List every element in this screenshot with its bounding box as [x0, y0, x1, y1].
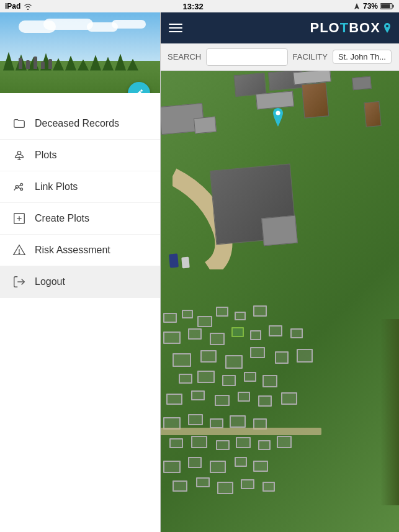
- hamburger-button[interactable]: [169, 24, 182, 32]
- map-pin-icon: [271, 108, 285, 127]
- svg-point-17: [386, 25, 388, 27]
- status-right: 73%: [353, 2, 394, 11]
- plot-37: [191, 436, 207, 448]
- create-plots-label: Create Plots: [35, 213, 89, 224]
- plot-43: [188, 457, 202, 468]
- plot-1: [163, 313, 177, 323]
- plot-20: [179, 374, 192, 384]
- plot-28: [238, 392, 250, 402]
- link-plots-label: Link Plots: [35, 181, 78, 192]
- sidebar-image: [0, 12, 160, 93]
- plot-5: [235, 312, 246, 320]
- vehicle-1: [169, 253, 179, 268]
- ipad-label: iPad: [5, 2, 20, 11]
- status-left: iPad: [5, 2, 33, 11]
- plot-47: [173, 480, 187, 492]
- building-small-2: [364, 101, 381, 127]
- building-small-1: [352, 76, 372, 91]
- plot-13: [290, 328, 303, 338]
- plot-41: [277, 436, 292, 448]
- sidebar-item-create-plots[interactable]: Create Plots: [0, 203, 160, 235]
- svg-line-10: [19, 187, 20, 189]
- plotbox-logo: PLOTBOX: [310, 20, 391, 36]
- plot-7: [163, 331, 181, 344]
- walkway-h: [160, 428, 321, 435]
- vehicle-2: [181, 257, 190, 269]
- logo-plo: PLO: [310, 20, 340, 35]
- plot-36: [169, 438, 183, 448]
- risk-assessment-label: Risk Assessment: [35, 245, 110, 256]
- plot-38: [216, 440, 230, 450]
- map-area[interactable]: [160, 71, 399, 532]
- plot-50: [241, 479, 254, 489]
- plot-48: [196, 477, 210, 487]
- plot-29: [258, 395, 272, 407]
- plot-15: [200, 350, 217, 363]
- search-input[interactable]: [206, 48, 287, 66]
- location-icon: [353, 2, 361, 10]
- plot-27: [215, 395, 230, 406]
- building-4: [302, 82, 330, 118]
- plot-11: [250, 330, 261, 340]
- plot-42: [163, 461, 181, 473]
- status-bar: iPad 13:32 73%: [0, 0, 399, 12]
- facility-label: FACILITY: [293, 52, 328, 61]
- pencil-icon: [134, 88, 144, 93]
- plot-26: [191, 390, 205, 400]
- sidebar-item-logout[interactable]: Logout: [0, 266, 160, 298]
- plot-16: [225, 355, 243, 369]
- logo-pin-icon: [384, 23, 390, 33]
- logo-t-icon: T: [340, 20, 349, 35]
- plots-icon: [12, 148, 26, 162]
- plot-3: [197, 316, 212, 327]
- main-content: PLOTBOX SEARCH FACILITY St. John Th...: [160, 12, 399, 532]
- svg-rect-1: [392, 5, 393, 7]
- plot-18: [275, 351, 289, 364]
- svg-point-3: [17, 151, 21, 155]
- searchbar: SEARCH FACILITY St. John Th...: [160, 43, 399, 71]
- svg-line-9: [19, 185, 20, 186]
- deceased-records-label: Deceased Records: [35, 118, 119, 129]
- sidebar-item-plots[interactable]: Plots: [0, 140, 160, 171]
- risk-icon: [12, 243, 26, 257]
- sidebar-item-deceased-records[interactable]: Deceased Records: [0, 108, 160, 140]
- plot-6: [253, 305, 267, 317]
- svg-rect-2: [381, 4, 390, 9]
- plot-14: [173, 353, 191, 367]
- sidebar-menu: Deceased Records Plots: [0, 108, 160, 532]
- plot-21: [197, 371, 215, 383]
- logo-box: BOX: [349, 20, 380, 35]
- plot-10: [231, 327, 244, 337]
- building-3: [256, 91, 294, 109]
- plot-49: [217, 482, 233, 494]
- plot-25: [166, 394, 182, 405]
- plot-22: [222, 375, 236, 386]
- plot-12: [269, 325, 282, 336]
- plot-23: [244, 372, 256, 382]
- svg-point-15: [19, 253, 19, 253]
- plot-4: [216, 307, 228, 317]
- svg-point-18: [276, 111, 280, 115]
- plot-17: [250, 347, 265, 358]
- plot-24: [262, 375, 277, 387]
- svg-point-8: [20, 188, 23, 191]
- create-plots-icon: [12, 212, 26, 225]
- facility-value[interactable]: St. John Th...: [333, 50, 392, 64]
- plot-51: [262, 482, 275, 492]
- plot-33: [210, 418, 223, 428]
- sidebar-item-risk-assessment[interactable]: Risk Assessment: [0, 235, 160, 266]
- plot-32: [188, 414, 203, 425]
- plot-19: [297, 349, 313, 363]
- plot-45: [235, 457, 247, 467]
- logout-icon: [12, 275, 26, 289]
- sidebar: Deceased Records Plots: [0, 12, 160, 532]
- building-7: [194, 117, 217, 134]
- sidebar-item-link-plots[interactable]: Link Plots: [0, 171, 160, 203]
- wifi-icon: [23, 2, 33, 10]
- link-plots-icon: [12, 180, 26, 194]
- plot-46: [253, 461, 268, 472]
- svg-point-7: [20, 184, 23, 186]
- plot-30: [281, 392, 297, 405]
- clock: 13:32: [183, 2, 204, 11]
- sidebar-divider: [160, 12, 161, 532]
